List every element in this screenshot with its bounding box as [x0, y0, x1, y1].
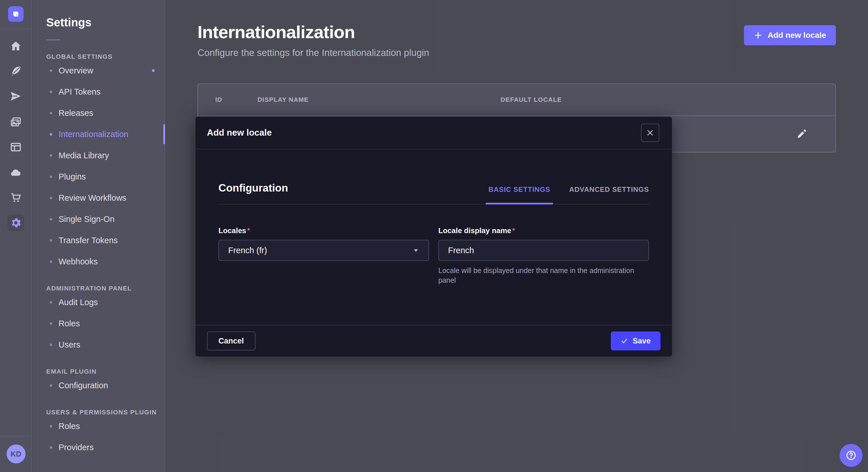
- locales-label: Locales: [218, 226, 429, 235]
- tab-basic-settings[interactable]: BASIC SETTINGS: [489, 186, 550, 204]
- cancel-button[interactable]: Cancel: [207, 332, 255, 350]
- save-button[interactable]: Save: [611, 332, 660, 350]
- display-name-label: Locale display name: [438, 226, 649, 235]
- modal-title: Add new locale: [207, 128, 272, 138]
- configuration-heading: Configuration: [218, 182, 288, 204]
- chevron-down-icon: [412, 247, 420, 254]
- add-locale-modal: Add new locale Configuration BASIC SETTI…: [195, 117, 672, 357]
- locales-select[interactable]: French (fr): [218, 240, 429, 261]
- close-icon: [646, 129, 654, 137]
- display-name-hint: Locale will be displayed under that name…: [438, 266, 649, 285]
- close-button[interactable]: [641, 124, 659, 142]
- tab-advanced-settings[interactable]: ADVANCED SETTINGS: [569, 186, 649, 204]
- locales-select-value: French (fr): [228, 246, 267, 255]
- settings-tabs: BASIC SETTINGS ADVANCED SETTINGS: [489, 186, 649, 204]
- display-name-input[interactable]: [438, 240, 649, 261]
- check-icon: [621, 337, 628, 345]
